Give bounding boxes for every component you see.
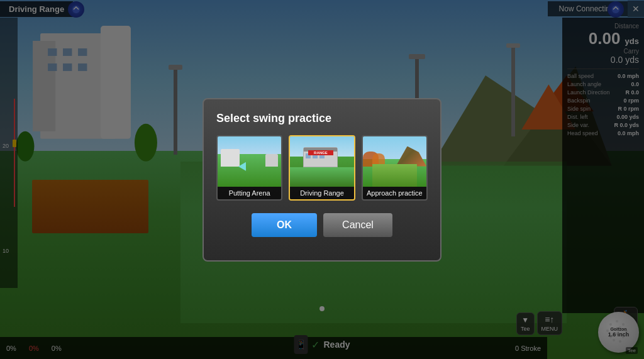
driving-label: Driving Range [290, 187, 353, 199]
select-practice-modal: Select swing practice Putt [203, 98, 441, 262]
ok-label: OK [277, 219, 292, 230]
approach-label: Approach practice [363, 187, 426, 199]
putting-thumb [218, 136, 281, 187]
putting-arena-card[interactable]: Putting Arena [216, 135, 282, 201]
driving-fairway [290, 167, 353, 186]
driving-range-card[interactable]: RANGE Driving Range [289, 135, 355, 201]
cancel-label: Cancel [342, 219, 374, 230]
modal-overlay: Select swing practice Putt [0, 0, 644, 359]
driving-thumb: RANGE [290, 136, 353, 187]
approach-label-text: Approach practice [367, 189, 423, 197]
modal-title: Select swing practice [216, 112, 428, 125]
ok-button[interactable]: OK [252, 213, 317, 237]
modal-buttons: OK Cancel [216, 213, 428, 237]
approach-card[interactable]: Approach practice [362, 135, 428, 201]
approach-thumb [363, 136, 426, 187]
putting-building [221, 149, 240, 167]
putting-label-text: Putting Arena [229, 189, 270, 197]
approach-fairway [372, 164, 417, 187]
putting-label: Putting Arena [218, 187, 281, 199]
cancel-button[interactable]: Cancel [323, 213, 392, 237]
driving-banner: RANGE [308, 150, 334, 155]
practice-options: Putting Arena [216, 135, 428, 201]
putting-building2 [265, 154, 278, 167]
driving-label-text: Driving Range [300, 189, 344, 197]
